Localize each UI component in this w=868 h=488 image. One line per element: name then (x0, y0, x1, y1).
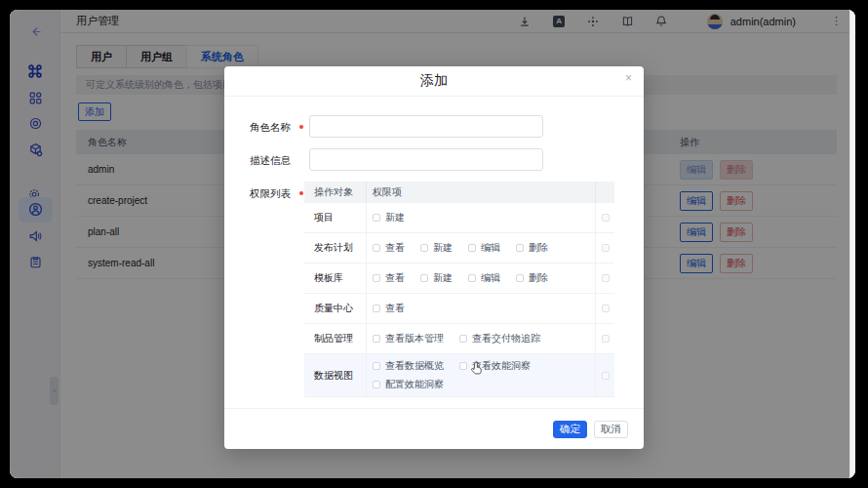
perm-object: 制品管理 (304, 324, 366, 353)
permission-list-label: 权限列表 (250, 187, 291, 201)
ok-button[interactable]: 确定 (553, 421, 587, 438)
close-icon[interactable]: × (625, 72, 632, 84)
perm-row-end (595, 324, 614, 353)
perm-items: 新建 (366, 203, 595, 232)
perm-items: 查看 (366, 294, 595, 323)
perm-item-label[interactable]: 新建 (433, 241, 453, 255)
perm-item: 查看版本管理 (373, 332, 444, 346)
perm-item-label[interactable]: 查看 (385, 302, 405, 315)
checkbox[interactable] (468, 274, 476, 282)
perm-item: 新建 (420, 271, 453, 285)
checkbox[interactable] (516, 244, 524, 252)
perm-object: 项目 (304, 203, 366, 232)
perm-item-label[interactable]: 查看数据概览 (385, 359, 444, 373)
perm-row: 质量中心查看 (304, 294, 614, 324)
row-checkbox[interactable] (602, 244, 610, 252)
browser-scrollbar[interactable] (849, 10, 855, 478)
perm-object: 模板库 (304, 264, 366, 293)
required-dot (299, 191, 303, 195)
perm-row: 项目新建 (304, 203, 614, 233)
perm-item-label[interactable]: 查看交付物追踪 (472, 332, 540, 346)
modal-title: 添加 (420, 72, 448, 90)
checkbox[interactable] (373, 381, 380, 388)
mouse-cursor (468, 360, 483, 376)
perm-items: 查看新建编辑删除 (366, 264, 595, 293)
perm-row-end (595, 203, 614, 232)
perm-row: 发布计划查看新建编辑删除 (304, 233, 614, 264)
role-name-label: 角色名称 (250, 121, 291, 135)
perm-item-label[interactable]: 编辑 (481, 241, 500, 255)
perm-item: 新建 (420, 241, 453, 255)
screen: › 用户管理 A admin(admin) (0, 0, 868, 488)
checkbox[interactable] (373, 214, 380, 222)
perm-item-label[interactable]: 新建 (433, 271, 453, 285)
perm-row-end (595, 354, 614, 396)
perm-item: 编辑 (468, 271, 500, 285)
perm-item: 查看数据概览 (373, 359, 444, 373)
cancel-button[interactable]: 取消 (594, 421, 628, 438)
perm-item: 删除 (516, 271, 548, 285)
perm-item: 编辑 (468, 241, 500, 255)
checkbox[interactable] (373, 305, 380, 312)
perm-object-header: 操作对象 (304, 185, 366, 199)
description-label: 描述信息 (250, 154, 291, 168)
perm-item: 删除 (516, 241, 548, 255)
perm-item-label[interactable]: 查看 (385, 241, 405, 255)
perm-row-end (595, 294, 614, 323)
perm-row-end (595, 233, 614, 263)
modal-header: 添加 × (224, 66, 644, 97)
perm-row: 制品管理查看版本管理查看交付物追踪 (304, 324, 614, 354)
perm-item-label[interactable]: 配置效能洞察 (385, 378, 444, 391)
row-checkbox[interactable] (602, 372, 610, 380)
perm-row: 模板库查看新建编辑删除 (304, 264, 614, 294)
description-input[interactable] (309, 148, 543, 171)
checkbox[interactable] (373, 335, 380, 343)
perm-item-label[interactable]: 查看版本管理 (385, 332, 444, 346)
row-checkbox[interactable] (602, 214, 610, 222)
row-checkbox[interactable] (602, 305, 610, 312)
perm-row: 数据视图查看数据概览查看效能洞察配置效能洞察 (304, 354, 614, 397)
perm-item: 配置效能洞察 (373, 378, 444, 391)
checkbox[interactable] (420, 274, 428, 282)
perm-item-label[interactable]: 编辑 (481, 271, 500, 285)
role-name-input[interactable] (309, 115, 543, 138)
perm-items: 查看新建编辑删除 (366, 233, 595, 263)
checkbox[interactable] (459, 362, 467, 370)
row-checkbox[interactable] (602, 274, 610, 282)
perm-item: 新建 (373, 211, 405, 224)
row-checkbox[interactable] (602, 335, 610, 343)
checkbox[interactable] (373, 362, 380, 370)
perm-item-label[interactable]: 新建 (385, 211, 405, 224)
perm-item: 查看交付物追踪 (459, 332, 540, 346)
checkbox[interactable] (459, 335, 467, 343)
modal-footer: 确定 取消 (224, 408, 644, 449)
perm-items: 查看版本管理查看交付物追踪 (366, 324, 595, 353)
checkbox[interactable] (516, 274, 524, 282)
permission-table: 操作对象 权限项 项目新建发布计划查看新建编辑删除模板库查看新建编辑删除质量中心… (304, 182, 614, 397)
permission-table-header: 操作对象 权限项 (304, 182, 614, 203)
perm-row-end (595, 264, 614, 293)
perm-object: 数据视图 (304, 354, 366, 396)
perm-item: 查看 (373, 271, 405, 285)
perm-item: 查看 (373, 241, 405, 255)
perm-table-body: 项目新建发布计划查看新建编辑删除模板库查看新建编辑删除质量中心查看制品管理查看版… (304, 203, 614, 397)
checkbox[interactable] (468, 244, 476, 252)
checkbox[interactable] (373, 244, 380, 252)
perm-item-label[interactable]: 查看 (385, 271, 405, 285)
required-dot (299, 125, 303, 129)
perm-item: 查看 (373, 302, 405, 315)
perm-item-label[interactable]: 删除 (529, 241, 548, 255)
checkbox[interactable] (420, 244, 428, 252)
add-role-modal: 添加 × 角色名称 描述信息 权限列表 操作对象 权限项 项目新建发布计划查看新… (224, 66, 644, 449)
perm-object: 质量中心 (304, 294, 366, 323)
perm-items-header: 权限项 (366, 182, 595, 203)
checkbox[interactable] (373, 274, 380, 282)
perm-item-label[interactable]: 删除 (529, 271, 548, 285)
app-window: › 用户管理 A admin(admin) (10, 10, 855, 478)
perm-object: 发布计划 (304, 233, 366, 263)
